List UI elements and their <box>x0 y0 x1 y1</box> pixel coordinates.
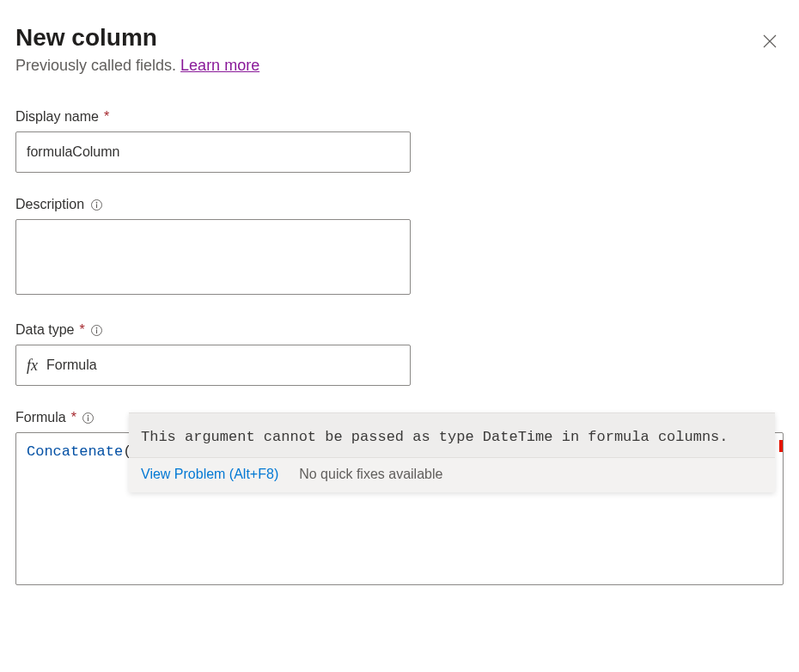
required-marker: * <box>71 410 76 425</box>
description-input[interactable] <box>15 219 411 295</box>
required-marker: * <box>104 109 109 125</box>
data-type-select[interactable]: fx Formula <box>15 345 411 386</box>
view-problem-link[interactable]: View Problem (Alt+F8) <box>141 467 278 482</box>
fx-icon: fx <box>27 357 38 375</box>
svg-point-4 <box>96 327 98 328</box>
formula-label-text: Formula <box>15 410 66 425</box>
error-marker-icon <box>779 440 784 452</box>
info-icon[interactable] <box>89 198 103 211</box>
no-quick-fixes-text: No quick fixes available <box>299 467 442 482</box>
display-name-label: Display name * <box>15 109 784 125</box>
data-type-value: Formula <box>46 357 400 373</box>
data-type-label: Data type * <box>15 322 784 338</box>
close-button[interactable] <box>756 27 784 55</box>
display-name-label-text: Display name <box>15 109 99 125</box>
description-label: Description <box>15 197 784 212</box>
token-function: Concatenate <box>27 443 123 460</box>
data-type-label-text: Data type <box>15 322 74 338</box>
svg-point-1 <box>95 201 97 203</box>
page-title: New column <box>15 24 259 52</box>
close-icon <box>761 33 778 50</box>
subtitle-text: Previously called fields. <box>15 57 180 74</box>
page-subtitle: Previously called fields. Learn more <box>15 57 259 75</box>
svg-point-7 <box>88 414 89 416</box>
svg-rect-5 <box>96 329 97 333</box>
description-label-text: Description <box>15 197 84 212</box>
error-tooltip: This argument cannot be passed as type D… <box>129 412 775 492</box>
required-marker: * <box>79 322 84 338</box>
svg-rect-8 <box>88 417 88 421</box>
info-icon[interactable] <box>90 323 104 337</box>
info-icon[interactable] <box>82 411 95 425</box>
display-name-input[interactable] <box>15 131 411 173</box>
svg-rect-2 <box>95 204 96 208</box>
editor-scrollbar[interactable] <box>778 433 784 584</box>
learn-more-link[interactable]: Learn more <box>180 57 259 74</box>
error-message: This argument cannot be passed as type D… <box>129 413 775 457</box>
